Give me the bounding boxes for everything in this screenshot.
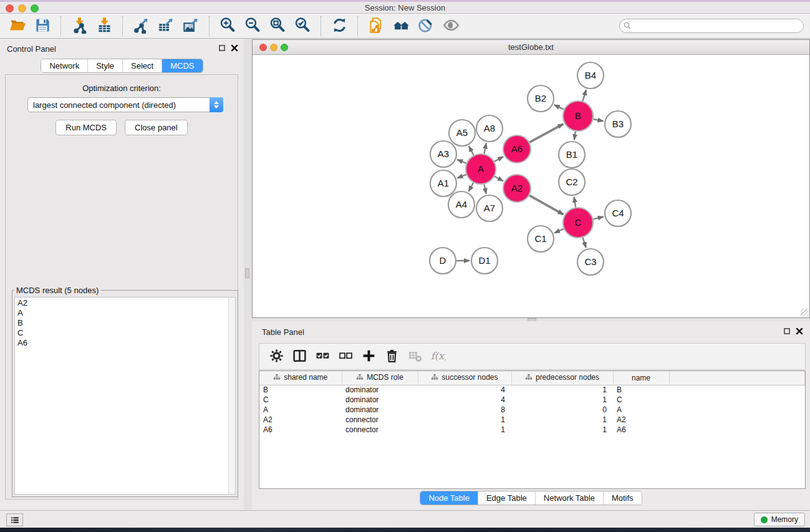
network-window-title-bar[interactable]: testGlobe.txt [253,40,809,55]
node-A6[interactable]: A6 [503,135,531,163]
node-B1[interactable]: B1 [559,142,585,168]
column-header-MCDS-role[interactable]: MCDS role [342,371,418,385]
edge-A-A4[interactable] [469,183,474,191]
search-input[interactable] [633,21,803,32]
cell-name[interactable]: C [613,395,669,405]
mcds-list-scrollbar[interactable] [228,297,235,494]
node-A7[interactable]: A7 [476,195,503,221]
divider-grip[interactable] [245,268,249,278]
node-D[interactable]: D [430,248,456,274]
node-C[interactable]: C [563,208,593,238]
table-toolbar-gear-button[interactable] [265,345,288,368]
toolbar-button-clone-network[interactable] [364,16,388,37]
column-header-name[interactable]: name [613,371,669,385]
edge-B-B2[interactable] [554,105,564,109]
cell-MCDS-role[interactable]: dominator [342,395,418,405]
edge-B-B4[interactable] [582,90,586,101]
cell-shared-name[interactable]: A6 [259,425,342,435]
toolbar-button-zoom-out[interactable] [240,16,265,37]
cell-MCDS-role[interactable]: connector [342,415,418,425]
optimization-criterion-dropdown[interactable]: largest connected component (directed) [27,97,223,112]
cell-name[interactable]: A [613,405,669,415]
tab-select[interactable]: Select [122,59,162,72]
close-table-panel-button[interactable] [795,327,804,336]
mcds-result-item[interactable]: A [17,308,226,318]
table-row[interactable]: Adominator80A [259,405,805,415]
node-A1[interactable]: A1 [430,170,456,196]
tab-mcds[interactable]: MCDS [162,59,202,72]
node-A4[interactable]: A4 [448,191,475,218]
show-panels-list-button[interactable] [6,513,23,526]
mcds-result-item[interactable]: A2 [17,298,226,308]
network-graph[interactable]: B4B2BB3A8A5A6A3B1AC2A1A2A4A7C4CC1C3DD1 [253,56,809,317]
edge-A-A5[interactable] [469,146,474,155]
cell-shared-name[interactable]: A [259,405,342,415]
cell-shared-name[interactable]: A2 [259,415,342,425]
cell-predecessor-nodes[interactable]: 1 [511,395,613,405]
mcds-result-item[interactable]: B [17,318,226,328]
table-tab-network-table[interactable]: Network Table [535,491,603,505]
cell-predecessor-nodes[interactable]: 0 [511,405,613,415]
cell-successor-nodes[interactable]: 1 [418,415,511,425]
node-A3[interactable]: A3 [430,141,456,167]
node-A8[interactable]: A8 [476,115,503,142]
table-toolbar-select-all-columns-button[interactable] [311,345,334,368]
cell-predecessor-nodes[interactable]: 1 [511,425,613,435]
tab-style[interactable]: Style [87,59,122,72]
edge-A-A3[interactable] [457,160,466,163]
toolbar-button-zoom-in[interactable] [215,16,240,37]
cell-name[interactable]: A2 [613,415,669,425]
edge-A-A6[interactable] [494,157,503,162]
column-header-shared-name[interactable]: shared name [259,371,342,385]
mcds-result-item[interactable]: C [17,328,226,338]
edge-A6-B[interactable] [529,124,563,142]
edge-B-B1[interactable] [574,132,576,140]
window-resize-grip[interactable] [801,309,809,317]
toolbar-button-import-table[interactable] [92,16,117,37]
edge-C-C3[interactable] [583,238,586,248]
cell-MCDS-role[interactable]: dominator [342,385,418,395]
node-B4[interactable]: B4 [577,62,604,89]
cell-predecessor-nodes[interactable]: 1 [511,385,613,395]
mcds-result-item[interactable]: A6 [17,338,226,348]
table-row[interactable]: A2connector11A2 [259,415,805,425]
cell-name[interactable]: B [613,385,669,395]
toolbar-button-zoom-selected[interactable] [290,16,315,37]
node-B3[interactable]: B3 [605,111,631,137]
node-C3[interactable]: C3 [577,249,604,275]
cell-MCDS-role[interactable]: dominator [342,405,418,415]
search-box[interactable] [619,19,804,33]
column-header-predecessor-nodes[interactable]: predecessor nodes [511,371,613,385]
edge-A-A8[interactable] [484,143,486,154]
cell-successor-nodes[interactable]: 4 [418,385,511,395]
toolbar-button-zoom-fit[interactable] [265,16,290,37]
table-row[interactable]: Cdominator41C [259,395,805,405]
edge-A-A2[interactable] [494,177,503,181]
panel-divider-vertical[interactable] [244,39,252,510]
cell-MCDS-role[interactable]: connector [342,425,418,435]
memory-button[interactable]: Memory [754,513,805,526]
node-table[interactable]: shared nameMCDS rolesuccessor nodesprede… [259,370,806,489]
run-mcds-button[interactable]: Run MCDS [55,120,117,135]
node-C2[interactable]: C2 [559,169,585,195]
cell-successor-nodes[interactable]: 8 [418,405,511,415]
toolbar-button-export-image[interactable] [178,16,203,37]
node-C1[interactable]: C1 [528,226,554,252]
cell-predecessor-nodes[interactable]: 1 [511,415,613,425]
toolbar-button-eye[interactable] [438,16,463,37]
node-B2[interactable]: B2 [528,85,554,112]
cell-successor-nodes[interactable]: 4 [418,395,511,405]
edge-C-C4[interactable] [593,217,603,220]
node-A2[interactable]: A2 [503,175,531,202]
edge-B-B3[interactable] [594,119,604,121]
tab-network[interactable]: Network [41,59,87,72]
cell-shared-name[interactable]: C [259,395,342,405]
toolbar-button-export-network[interactable] [128,16,153,37]
toolbar-button-hide-annotations[interactable] [413,16,438,37]
cell-name[interactable]: A6 [613,425,669,435]
close-panel-button[interactable] [230,44,239,52]
toolbar-button-open-folder[interactable] [5,16,30,37]
edge-A-A7[interactable] [484,184,486,193]
column-header-successor-nodes[interactable]: successor nodes [418,371,511,385]
toolbar-button-import-network[interactable] [67,16,92,37]
